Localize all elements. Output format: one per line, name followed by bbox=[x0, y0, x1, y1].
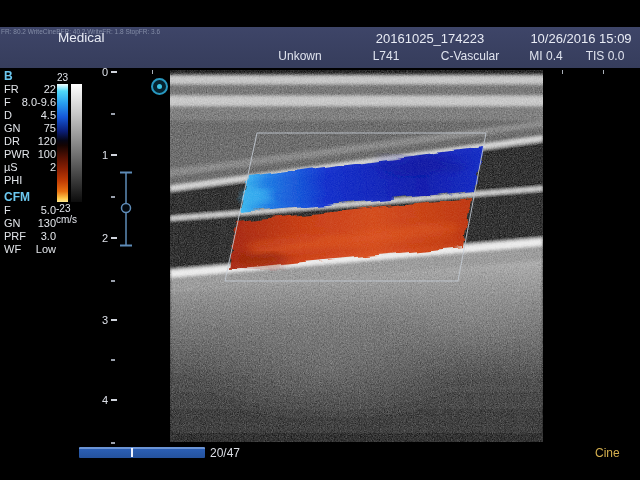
speckle-overlay bbox=[170, 70, 543, 442]
mi-value: MI 0.4 bbox=[529, 49, 562, 63]
ruler-tick bbox=[111, 442, 115, 444]
cine-position-tick[interactable] bbox=[131, 448, 133, 457]
ruler-tick bbox=[111, 319, 117, 321]
param-row-cfm-wf: WFLow bbox=[0, 243, 60, 255]
ruler-label-4: 4 bbox=[94, 394, 108, 406]
ruler-tick bbox=[111, 359, 115, 361]
colorbar-min-label: -23 bbox=[56, 203, 70, 214]
ruler-tick bbox=[111, 71, 117, 73]
cfm-title: CFM bbox=[4, 190, 44, 204]
param-row-phi: PHI bbox=[0, 174, 60, 186]
header-bar: FR: 80.2 WriteCineBFR: 40.2 WriteFR: 1.8… bbox=[0, 27, 640, 68]
cine-progress-bar[interactable] bbox=[79, 447, 205, 458]
param-row-cfm-prf: PRF3.0 bbox=[0, 230, 60, 242]
ruler-label-2: 2 bbox=[94, 232, 108, 244]
param-row-d: D4.5 bbox=[0, 109, 60, 121]
param-row-cfm-f: F5.0 bbox=[0, 204, 60, 216]
patient-name: Unkown bbox=[278, 49, 321, 63]
exam-id: 20161025_174223 bbox=[376, 31, 484, 46]
ruler-label-0: 0 bbox=[94, 66, 108, 78]
param-row-fr: FR22 bbox=[0, 83, 60, 95]
param-row-dr: DR120 bbox=[0, 135, 60, 147]
ruler-label-1: 1 bbox=[94, 149, 108, 161]
ruler-tick bbox=[111, 280, 115, 282]
param-row-pwr: PWR100 bbox=[0, 148, 60, 160]
ruler-tick bbox=[111, 196, 115, 198]
grayscale-bar bbox=[71, 84, 82, 202]
cine-status-label: Cine bbox=[595, 446, 620, 460]
probe-orientation-icon bbox=[151, 78, 168, 95]
ruler-label-3: 3 bbox=[94, 314, 108, 326]
ultrasound-image-canvas[interactable] bbox=[170, 70, 543, 442]
datetime: 10/26/2016 15:09 bbox=[530, 31, 631, 46]
probe-name: L741 bbox=[373, 49, 400, 63]
ruler-tick bbox=[111, 154, 117, 156]
ruler-tick bbox=[111, 399, 117, 401]
ruler-tick bbox=[111, 113, 115, 115]
param-row-gn: GN75 bbox=[0, 122, 60, 134]
tis-value: TIS 0.0 bbox=[586, 49, 625, 63]
cine-frame-counter: 20/47 bbox=[210, 446, 240, 460]
preset-name: C-Vascular bbox=[441, 49, 499, 63]
param-row-us: µS2 bbox=[0, 161, 60, 173]
param-row-f: F8.0-9.6 bbox=[0, 96, 60, 108]
focus-marker[interactable] bbox=[116, 170, 136, 250]
colorbar-max-label: 23 bbox=[56, 72, 69, 83]
facility-name: Medical bbox=[58, 30, 105, 45]
colorbar-unit-label: cm/s bbox=[56, 214, 77, 225]
probe-orientation-dot bbox=[157, 84, 162, 89]
b-mode-title: B bbox=[4, 69, 44, 83]
param-row-cfm-gn: GN130 bbox=[0, 217, 60, 229]
doppler-colorbar bbox=[57, 84, 68, 202]
